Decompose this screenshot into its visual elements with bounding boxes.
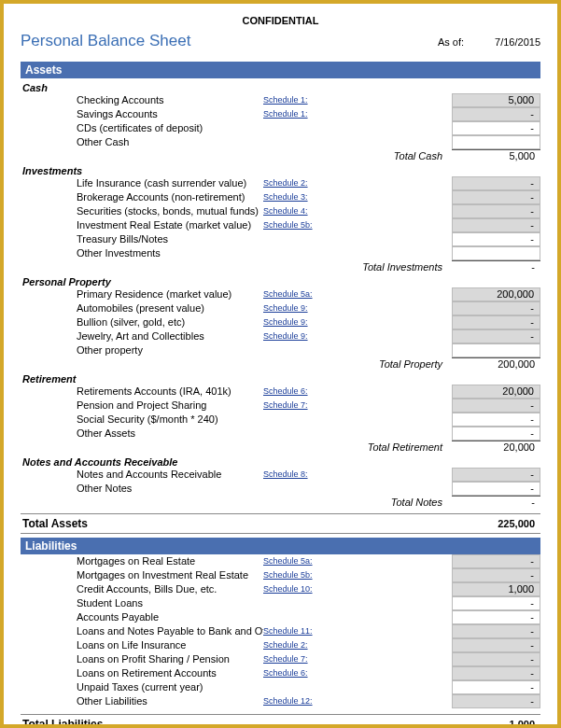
liability-item-row: Unpaid Taxes (current year)- (21, 680, 540, 694)
total-notes-row: Total Notes - (21, 496, 540, 508)
schedule-link[interactable]: Schedule 5a: (263, 287, 329, 301)
schedule-link[interactable]: Schedule 9: (263, 315, 329, 329)
investment-item-value[interactable]: - (452, 204, 540, 218)
schedule-link[interactable]: Schedule 4: (263, 204, 329, 218)
schedule-link[interactable]: Schedule 6: (263, 666, 329, 680)
liability-item-row: Loans on Profit Sharing / PensionSchedul… (21, 652, 540, 666)
property-item-value[interactable]: 200,000 (452, 287, 540, 301)
total-liab-row: Total Liabilities 1,000 (21, 714, 540, 728)
retirement-item-value[interactable]: - (452, 413, 540, 427)
liability-item-value[interactable]: - (452, 652, 540, 666)
notes-item-value[interactable]: - (452, 482, 540, 496)
notes-item-label: Other Notes (21, 482, 263, 496)
cash-item-label: Savings Accounts (21, 107, 263, 121)
property-item-value[interactable]: - (452, 315, 540, 329)
liability-item-value[interactable]: - (452, 596, 540, 610)
notes-item-row: Notes and Accounts ReceivableSchedule 8:… (21, 468, 540, 482)
liability-item-row: Credit Accounts, Bills Due, etc.Schedule… (21, 582, 540, 596)
schedule-link[interactable]: Schedule 2: (263, 176, 329, 190)
total-prop-label: Total Property (21, 358, 452, 370)
total-ret-row: Total Retirement 20,000 (21, 441, 540, 453)
cash-item-label: CDs (certificates of deposit) (21, 121, 263, 135)
property-item-row: Other property (21, 343, 540, 357)
liability-item-label: Loans on Profit Sharing / Pension (21, 652, 263, 666)
total-prop-row: Total Property 200,000 (21, 357, 540, 370)
investment-item-value[interactable]: - (452, 190, 540, 204)
subsection-notes: Notes and Accounts Receivable (21, 456, 540, 468)
asof-date: 7/16/2015 (495, 36, 540, 48)
cash-item-label: Other Cash (21, 135, 263, 149)
section-liabilities: Liabilities (21, 538, 540, 554)
cash-item-row: CDs (certificates of deposit)- (21, 121, 540, 135)
cash-item-value[interactable] (452, 135, 540, 149)
schedule-link[interactable]: Schedule 12: (263, 694, 329, 708)
schedule-link[interactable]: Schedule 5b: (263, 218, 329, 232)
property-item-row: Automobiles (present value)Schedule 9:- (21, 301, 540, 315)
property-item-value[interactable]: - (452, 301, 540, 315)
schedule-link[interactable]: Schedule 2: (263, 638, 329, 652)
total-assets-row: Total Assets 225,000 (21, 513, 540, 534)
section-assets: Assets (21, 62, 540, 78)
total-assets-label: Total Assets (21, 517, 452, 530)
property-item-value[interactable]: - (452, 329, 540, 343)
schedule-link[interactable]: Schedule 10: (263, 582, 329, 596)
notes-item-value[interactable]: - (452, 468, 540, 482)
total-inv-label: Total Investments (21, 261, 452, 273)
liability-item-label: Loans on Life Insurance (21, 638, 263, 652)
schedule-link[interactable]: Schedule 1: (263, 107, 329, 121)
liability-item-value[interactable]: 1,000 (452, 582, 540, 596)
cash-item-row: Savings AccountsSchedule 1:- (21, 107, 540, 121)
confidential-label: CONFIDENTIAL (21, 15, 540, 26)
notes-item-label: Notes and Accounts Receivable (21, 468, 263, 482)
investment-item-value[interactable]: - (452, 232, 540, 246)
liability-item-row: Mortgages on Real EstateSchedule 5a:- (21, 554, 540, 568)
property-item-label: Jewelry, Art and Collectibles (21, 329, 263, 343)
schedule-link[interactable]: Schedule 8: (263, 468, 329, 482)
schedule-link[interactable]: Schedule 5b: (263, 568, 329, 582)
investment-item-value[interactable] (452, 246, 540, 260)
investment-item-row: Securities (stocks, bonds, mutual funds)… (21, 204, 540, 218)
schedule-link[interactable]: Schedule 3: (263, 190, 329, 204)
liability-item-label: Credit Accounts, Bills Due, etc. (21, 582, 263, 596)
investment-item-row: Life Insurance (cash surrender value)Sch… (21, 176, 540, 190)
investment-item-value[interactable]: - (452, 176, 540, 190)
cash-item-value[interactable]: - (452, 121, 540, 135)
cash-item-value[interactable]: 5,000 (452, 93, 540, 107)
liability-item-value[interactable]: - (452, 666, 540, 680)
retirement-item-label: Pension and Project Sharing (21, 399, 263, 413)
retirement-item-value[interactable]: - (452, 399, 540, 413)
liability-item-value[interactable]: - (452, 568, 540, 582)
liability-item-value[interactable]: - (452, 638, 540, 652)
notes-item-row: Other Notes- (21, 482, 540, 496)
retirement-item-value[interactable]: - (452, 427, 540, 441)
liability-item-value[interactable]: - (452, 554, 540, 568)
liability-item-row: Loans and Notes Payable to Bank and Othe… (21, 624, 540, 638)
schedule-link[interactable]: Schedule 11: (263, 624, 329, 638)
cash-item-value[interactable]: - (452, 107, 540, 121)
cash-item-row: Checking AccountsSchedule 1:5,000 (21, 93, 540, 107)
investment-item-label: Securities (stocks, bonds, mutual funds) (21, 204, 263, 218)
retirement-item-value[interactable]: 20,000 (452, 385, 540, 399)
property-item-row: Jewelry, Art and CollectiblesSchedule 9:… (21, 329, 540, 343)
schedule-link[interactable]: Schedule 9: (263, 329, 329, 343)
liability-item-value[interactable]: - (452, 680, 540, 694)
schedule-link[interactable]: Schedule 6: (263, 385, 329, 399)
total-liab-value: 1,000 (452, 719, 540, 728)
liability-item-value[interactable]: - (452, 610, 540, 624)
property-item-value[interactable] (452, 343, 540, 357)
investment-item-label: Investment Real Estate (market value) (21, 218, 263, 232)
schedule-link[interactable]: Schedule 7: (263, 652, 329, 666)
liability-item-value[interactable]: - (452, 624, 540, 638)
retirement-item-row: Other Assets- (21, 427, 540, 441)
investment-item-row: Other Investments (21, 246, 540, 260)
total-assets-value: 225,000 (452, 518, 540, 529)
schedule-link[interactable]: Schedule 9: (263, 301, 329, 315)
liability-item-value[interactable]: - (452, 694, 540, 708)
schedule-link[interactable]: Schedule 5a: (263, 554, 329, 568)
schedule-link[interactable]: Schedule 7: (263, 399, 329, 413)
page-title: Personal Balance Sheet (21, 32, 190, 50)
retirement-item-label: Social Security ($/month * 240) (21, 413, 263, 427)
investment-item-value[interactable]: - (452, 218, 540, 232)
total-ret-value: 20,000 (452, 441, 540, 453)
schedule-link[interactable]: Schedule 1: (263, 93, 329, 107)
